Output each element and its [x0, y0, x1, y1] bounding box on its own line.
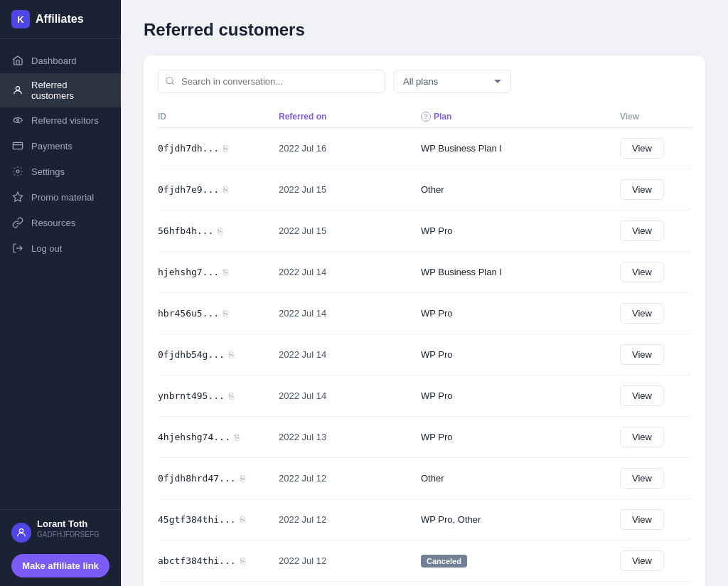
- copy-icon[interactable]: ⎘: [229, 350, 234, 360]
- cell-view: View: [620, 179, 691, 200]
- cell-plan-value: WP Pro: [421, 308, 453, 319]
- col-header-referred-on: Referred on: [279, 112, 421, 122]
- view-button[interactable]: View: [620, 138, 664, 159]
- settings-icon: [11, 165, 24, 178]
- view-button[interactable]: View: [620, 179, 664, 200]
- copy-icon[interactable]: ⎘: [229, 391, 234, 401]
- sidebar-item-promo-material[interactable]: Promo material: [0, 184, 121, 210]
- table-row: hjehshg7... ⎘ 2022 Jul 14 WP Business Pl…: [158, 252, 691, 293]
- sidebar-bottom: Lorant Toth GADFHJFDRSEFG Make affiliate…: [0, 509, 121, 586]
- copy-icon[interactable]: ⎘: [223, 144, 228, 154]
- svg-point-8: [19, 529, 23, 533]
- id-value: 4hjehshg74...: [158, 432, 230, 442]
- cell-view: View: [620, 220, 691, 241]
- svg-line-10: [172, 82, 174, 85]
- cell-plan: WP Pro: [421, 390, 620, 401]
- cell-plan: WP Pro: [421, 432, 620, 442]
- copy-icon[interactable]: ⎘: [240, 556, 245, 566]
- sidebar-item-resources[interactable]: Resources: [0, 210, 121, 235]
- toolbar: All plans WP Business Plan I WP Pro Othe…: [158, 70, 691, 93]
- view-button[interactable]: View: [620, 385, 664, 406]
- copy-icon[interactable]: ⎘: [240, 474, 245, 484]
- cell-id: abctf384thi... ⎘: [158, 555, 279, 566]
- view-button[interactable]: View: [620, 509, 664, 530]
- sidebar-item-payments[interactable]: Payments: [0, 133, 121, 159]
- svg-point-9: [166, 77, 173, 83]
- id-value: 0fjdh7e9...: [158, 184, 219, 195]
- cell-plan-value: Other: [421, 473, 444, 484]
- table-row: 45gtf384thi... ⎘ 2022 Jul 12 WP Pro, Oth…: [158, 499, 691, 540]
- id-value: hbr456u5...: [158, 308, 219, 319]
- copy-icon[interactable]: ⎘: [223, 267, 228, 277]
- cell-plan: WP Pro: [421, 225, 620, 236]
- copy-icon[interactable]: ⎘: [240, 515, 245, 525]
- sidebar-item-label: Dashboard: [31, 55, 77, 66]
- view-button[interactable]: View: [620, 262, 664, 282]
- sidebar-item-log-out[interactable]: Log out: [0, 235, 121, 261]
- search-wrapper: [158, 70, 385, 93]
- cell-plan-value: WP Pro, Other: [421, 514, 481, 525]
- sidebar-item-label: Referred customers: [31, 80, 109, 101]
- cell-view: View: [620, 427, 691, 447]
- cell-id: 56hfb4h... ⎘: [158, 225, 279, 236]
- cell-view: View: [620, 468, 691, 489]
- id-value: abctf384thi...: [158, 555, 236, 566]
- view-button[interactable]: View: [620, 220, 664, 241]
- make-affiliate-link-button[interactable]: Make affiliate link: [11, 554, 109, 577]
- view-button[interactable]: View: [620, 427, 664, 447]
- sidebar-item-referred-customers[interactable]: Referred customers: [0, 73, 121, 107]
- id-value: 0fjdh8hrd47...: [158, 473, 236, 484]
- view-button[interactable]: View: [620, 344, 664, 365]
- cell-plan: WP Business Plan I: [421, 143, 620, 154]
- copy-icon[interactable]: ⎘: [235, 432, 240, 442]
- cell-plan-value: WP Business Plan I: [421, 267, 502, 277]
- avatar: [11, 523, 31, 543]
- view-button[interactable]: View: [620, 468, 664, 489]
- cell-view: View: [620, 138, 691, 159]
- cell-id: 4hjehshg74... ⎘: [158, 432, 279, 442]
- plan-info-icon: ?: [421, 112, 431, 122]
- plan-filter-select[interactable]: All plans WP Business Plan I WP Pro Othe…: [394, 70, 511, 93]
- table-row: 0fjdhb54g... ⎘ 2022 Jul 14 WP Pro View: [158, 334, 691, 375]
- eye-icon: [11, 114, 24, 127]
- cell-date: 2022 Jul 15: [279, 225, 421, 236]
- view-button[interactable]: View: [620, 303, 664, 324]
- svg-rect-3: [13, 142, 22, 149]
- sidebar-item-dashboard[interactable]: Dashboard: [0, 48, 121, 73]
- svg-point-1: [14, 118, 22, 123]
- svg-point-0: [16, 87, 19, 90]
- cell-plan-value: WP Pro: [421, 432, 453, 442]
- cell-date: 2022 Jul 12: [279, 473, 421, 484]
- id-value: 45gtf384thi...: [158, 514, 236, 525]
- table-header: ID Referred on ? Plan View: [158, 106, 691, 128]
- search-input[interactable]: [158, 70, 385, 93]
- id-value: ynbrnt495...: [158, 390, 225, 401]
- col-header-plan: ? Plan: [421, 112, 620, 122]
- sidebar-item-label: Payments: [31, 141, 73, 151]
- copy-icon[interactable]: ⎘: [223, 185, 228, 195]
- user-row: Lorant Toth GADFHJFDRSEFG: [11, 518, 109, 547]
- cell-plan-value: WP Pro: [421, 225, 453, 236]
- view-button[interactable]: View: [620, 550, 664, 571]
- sidebar-navigation: Dashboard Referred customers Referred vi…: [0, 39, 121, 509]
- sidebar-item-settings[interactable]: Settings: [0, 159, 121, 184]
- sidebar-item-label: Promo material: [31, 192, 94, 203]
- table-row: 4hjehshg74... ⎘ 2022 Jul 13 WP Pro View: [158, 417, 691, 458]
- cell-plan: Other: [421, 184, 620, 195]
- copy-icon[interactable]: ⎘: [218, 226, 223, 236]
- cell-view: View: [620, 550, 691, 571]
- user-name: Lorant Toth: [37, 518, 100, 529]
- table-row: 56hfb4h... ⎘ 2022 Jul 15 WP Pro View: [158, 211, 691, 252]
- cell-date: 2022 Jul 13: [279, 432, 421, 442]
- user-info: Lorant Toth GADFHJFDRSEFG: [37, 518, 100, 538]
- sidebar-item-referred-visitors[interactable]: Referred visitors: [0, 107, 121, 133]
- main-content: Referred customers All plans WP Business…: [121, 0, 728, 586]
- copy-icon[interactable]: ⎘: [223, 309, 228, 319]
- cell-view: View: [620, 262, 691, 282]
- sidebar-item-label: Settings: [31, 166, 65, 177]
- id-value: hjehshg7...: [158, 267, 219, 277]
- table-row: 0fjdh8hrd47... ⎘ 2022 Jul 12 Other View: [158, 458, 691, 499]
- cell-plan-value: WP Pro: [421, 390, 453, 401]
- sidebar-logo: K Affiliates: [0, 0, 121, 39]
- link-icon: [11, 216, 24, 229]
